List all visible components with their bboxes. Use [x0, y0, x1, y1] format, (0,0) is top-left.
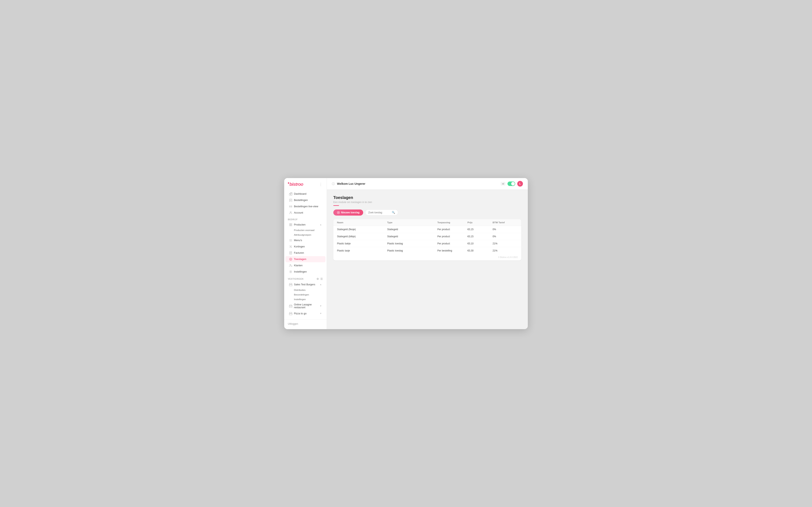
cell-toepassing: Per product	[437, 242, 467, 245]
page-subtitle: Een module om toeslagen in te zien	[333, 201, 521, 204]
cell-btw: 0%	[493, 228, 518, 231]
topbar-icon	[332, 182, 335, 185]
vestigingen-list-icon[interactable]: ☰	[320, 277, 323, 280]
cell-btw: 21%	[493, 242, 518, 245]
svg-rect-5	[290, 223, 291, 225]
live-icon	[289, 205, 292, 208]
chevron-down-icon-2: ▼	[320, 312, 322, 315]
sidebar-item-online-lasagne[interactable]: Online Lasagne restaurant ▼	[286, 302, 325, 310]
cell-type: Statiegeld	[387, 235, 437, 238]
cell-naam: Statiegeld (flesje)	[337, 228, 387, 231]
chevron-up-icon-2: ▲	[320, 283, 322, 286]
surcharge-icon	[289, 258, 292, 261]
chevron-down-icon: ▼	[320, 305, 322, 307]
cell-prijs: €0,15	[467, 228, 493, 231]
table-footer: © Bistroo v1.0.0 2022	[333, 254, 521, 261]
svg-point-14	[290, 271, 291, 272]
svg-rect-6	[291, 223, 292, 225]
toggle-knob	[511, 182, 515, 185]
table-row[interactable]: Statiegeld (blikje) Statiegeld Per produ…	[333, 233, 521, 240]
new-toeslag-button[interactable]: Nieuwe toeslag	[333, 210, 363, 216]
sidebar-item-menus[interactable]: Menu's	[286, 237, 325, 243]
col-btw: BTW Tarief	[493, 221, 518, 224]
vestigingen-settings-icon[interactable]: ⚙	[316, 277, 319, 280]
sidebar-item-bestellingen[interactable]: Bestellingen	[286, 197, 325, 203]
svg-rect-0	[289, 194, 291, 195]
sidebar-footer: Uitloggen	[284, 319, 326, 329]
cell-naam: Plastic tasje	[337, 249, 387, 252]
menu-icon	[289, 239, 292, 242]
logo: bistroo	[288, 182, 303, 187]
table-row[interactable]: Plastic bakje Plastic toeslag Per produc…	[333, 240, 521, 247]
store-icon-3	[289, 312, 292, 315]
section-vestigingen: VESTIGINGEN ⚙ ☰	[284, 275, 326, 281]
discount-icon	[289, 245, 292, 248]
table-body: Statiegeld (flesje) Statiegeld Per produ…	[333, 226, 521, 254]
sidebar-item-instellingen[interactable]: Instellingen	[286, 269, 325, 275]
sidebar-navigation: Dashboard Bestellingen Bestellingen live…	[284, 191, 326, 319]
col-type: Type	[387, 221, 437, 224]
cell-prijs: €0,30	[467, 249, 493, 252]
cell-type: Plastic toeslag	[387, 249, 437, 252]
sidebar-item-kortingen[interactable]: Kortingen	[286, 243, 325, 250]
language-badge[interactable]: nl	[501, 182, 505, 185]
cell-type: Plastic toeslag	[387, 242, 437, 245]
customers-icon	[289, 264, 292, 267]
cell-toepassing: Per product	[437, 235, 467, 238]
svg-point-13	[290, 264, 291, 265]
table-row[interactable]: Plastic tasje Plastic toeslag Per bestel…	[333, 247, 521, 254]
sidebar-item-producten[interactable]: Producten ▲	[286, 222, 325, 228]
welcome-text: Welkom Luc Ungerer	[337, 182, 365, 185]
sidebar: bistroo ⋮ Dashboard Bestellingen Bestell…	[284, 178, 327, 329]
cell-toepassing: Per bestelling	[437, 249, 467, 252]
sidebar-item-producten-voorraad[interactable]: Producten voorraad	[286, 228, 325, 232]
toggle-switch[interactable]	[507, 181, 515, 186]
sidebar-item-sales-test[interactable]: Sales Test Burgers ▲	[286, 281, 325, 288]
page-title: Toeslagen	[333, 195, 521, 200]
toolbar: Nieuwe toeslag 🔍	[333, 210, 521, 216]
svg-point-10	[291, 247, 292, 247]
col-toepassing: Toepassing	[437, 221, 467, 224]
data-table: Naam Type Toepassing Prijs BTW Tarief St…	[333, 219, 521, 261]
top-bar-right: nl L	[501, 181, 523, 186]
svg-point-3	[290, 206, 291, 207]
sidebar-item-toeslagen[interactable]: Toeslagen	[286, 256, 325, 262]
orders-icon	[289, 199, 292, 202]
sidebar-item-klanten[interactable]: Klanten	[286, 263, 325, 269]
table-row[interactable]: Statiegeld (flesje) Statiegeld Per produ…	[333, 226, 521, 233]
user-icon	[289, 211, 292, 214]
cell-btw: 21%	[493, 249, 518, 252]
svg-point-4	[290, 212, 291, 213]
sidebar-menu-button[interactable]: ⋮	[319, 182, 323, 186]
plus-icon	[337, 211, 340, 214]
sidebar-item-bestellingen-live[interactable]: Bestellingen live-view	[286, 204, 325, 210]
main-content: Welkom Luc Ungerer nl L Toeslagen Een mo…	[327, 178, 528, 329]
col-prijs: Prijs	[467, 221, 493, 224]
cell-prijs: €0,10	[467, 242, 493, 245]
svg-point-9	[290, 245, 291, 246]
cell-naam: Statiegeld (blikje)	[337, 235, 387, 238]
sidebar-item-distributies[interactable]: Distributies	[286, 288, 325, 292]
sidebar-item-attribuutgroepen[interactable]: Attribuutgroepen	[286, 233, 325, 237]
sidebar-item-instellingen-vestiging[interactable]: Instellingen	[286, 297, 325, 301]
chevron-up-icon: ▲	[320, 223, 322, 226]
cell-btw: 0%	[493, 235, 518, 238]
sidebar-item-facturen[interactable]: Facturen	[286, 250, 325, 256]
sidebar-item-beoordelingen[interactable]: Beoordelingen	[286, 292, 325, 297]
col-naam: Naam	[337, 221, 387, 224]
sidebar-logo: bistroo ⋮	[284, 182, 326, 191]
section-bedrijf: BEDRIJF	[284, 216, 326, 221]
avatar[interactable]: L	[517, 181, 523, 186]
search-input[interactable]	[368, 211, 391, 214]
cell-prijs: €0,15	[467, 235, 493, 238]
home-icon	[289, 192, 292, 195]
store-icon-2	[289, 304, 292, 307]
sidebar-item-dashboard[interactable]: Dashboard	[286, 191, 325, 197]
top-bar: Welkom Luc Ungerer nl L	[327, 178, 528, 189]
sidebar-item-account[interactable]: Account	[286, 210, 325, 216]
cell-naam: Plastic bakje	[337, 242, 387, 245]
sidebar-item-pizza-to-go[interactable]: Pizza to go ▼	[286, 311, 325, 317]
logout-button[interactable]: Uitloggen	[288, 323, 298, 325]
top-bar-left: Welkom Luc Ungerer	[332, 182, 365, 185]
table-header: Naam Type Toepassing Prijs BTW Tarief	[333, 219, 521, 226]
